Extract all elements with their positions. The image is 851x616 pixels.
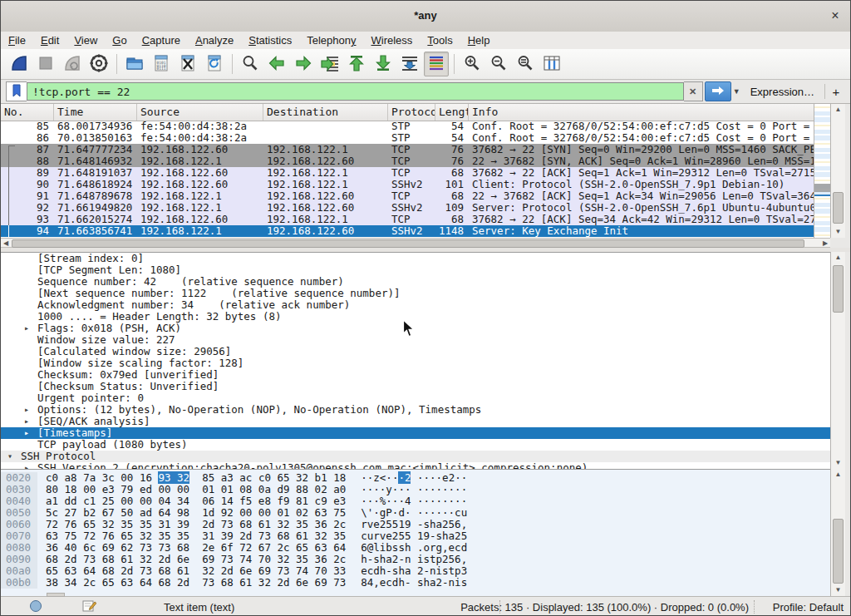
save-file-button[interactable]: 010101100111 xyxy=(149,52,174,76)
ascii-bytes[interactable]: h-sha2-n istp256, xyxy=(346,554,467,565)
detail-line[interactable]: [Stream index: 0] xyxy=(1,253,830,264)
menu-file[interactable]: File xyxy=(1,32,33,48)
packet-row-90[interactable]: 9071.648618924192.168.122.60192.168.122.… xyxy=(1,179,830,190)
detail-line[interactable]: [Calculated window size: 29056] xyxy=(1,346,830,357)
packet-row-88[interactable]: 8871.648146932192.168.122.1192.168.122.6… xyxy=(1,155,830,167)
column-header-destination[interactable]: Destination xyxy=(263,104,388,121)
ascii-bytes[interactable]: \'·gP·d· ······cu xyxy=(346,507,467,519)
hex-bytes[interactable]: 80 18 00 e3 79 ed 00 00 01 01 08 0a d9 8… xyxy=(37,484,346,495)
hex-bytes[interactable]: 36 40 6c 69 62 73 73 68 2e 6f 72 67 2c 6… xyxy=(37,542,346,554)
go-first-button[interactable] xyxy=(344,52,369,76)
zoom-in-button[interactable] xyxy=(460,52,485,76)
filter-add-button[interactable]: + xyxy=(827,85,845,99)
scroll-up-icon[interactable]: ▲ xyxy=(831,469,845,480)
ascii-bytes[interactable]: 6@libssh .org,ecd xyxy=(346,542,467,554)
hex-bytes[interactable]: c0 a8 7a 3c 00 16 93 32 85 a3 ac c0 65 3… xyxy=(37,472,346,484)
packet-list-hscrollbar[interactable]: ◀ ▶ xyxy=(1,238,830,248)
packet-row-91[interactable]: 9171.648789678192.168.122.1192.168.122.6… xyxy=(1,190,830,202)
ascii-bytes[interactable]: ··z<···2 ····e2·· xyxy=(346,472,467,484)
menu-tools[interactable]: Tools xyxy=(420,32,460,48)
hex-row-0020[interactable]: 0020c0 a8 7a 3c 00 16 93 32 85 a3 ac c0 … xyxy=(1,472,830,484)
detail-line[interactable]: Window size value: 227 xyxy=(1,334,830,346)
column-header-info[interactable]: Info xyxy=(469,104,830,121)
window-close-button[interactable]: × xyxy=(827,7,844,24)
packet-list-vscrollbar[interactable]: ▲ ▼ xyxy=(830,104,845,238)
detail-line[interactable]: [Window size scaling factor: 128] xyxy=(1,357,830,369)
hex-bytes[interactable]: 65 63 64 68 2d 73 68 61 32 2d 6e 69 73 7… xyxy=(37,565,346,577)
packet-row-92[interactable]: 9271.661949820192.168.122.1192.168.122.6… xyxy=(1,202,830,214)
menu-analyze[interactable]: Analyze xyxy=(188,32,241,48)
filter-clear-button[interactable]: ✕ xyxy=(684,81,703,101)
packet-row-94[interactable]: 9471.663856741192.168.122.1192.168.122.6… xyxy=(1,225,830,237)
hex-row-0090[interactable]: 009068 2d 73 68 61 32 2d 6e 69 73 74 70 … xyxy=(1,554,830,565)
hex-bytes[interactable]: 72 76 65 32 35 35 31 39 2d 73 68 61 32 3… xyxy=(37,519,346,530)
hex-row-0080[interactable]: 008036 40 6c 69 62 73 73 68 2e 6f 72 67 … xyxy=(1,542,830,554)
packet-row-89[interactable]: 8971.648191037192.168.122.60192.168.122.… xyxy=(1,167,830,179)
open-file-button[interactable] xyxy=(122,52,147,76)
expand-arrow-icon[interactable]: ▸ xyxy=(24,323,29,334)
menu-wireless[interactable]: Wireless xyxy=(364,32,421,48)
hex-bytes[interactable]: 68 2d 73 68 61 32 2d 6e 69 73 74 70 32 3… xyxy=(37,554,346,565)
expand-arrow-icon[interactable]: ▸ xyxy=(24,404,29,416)
ascii-bytes[interactable]: 84,ecdh- sha2-nis xyxy=(346,577,467,589)
auto-scroll-button[interactable] xyxy=(397,52,422,76)
detail-line[interactable]: ▾SSH Protocol xyxy=(1,451,830,462)
expression-button[interactable]: Expression… xyxy=(742,86,823,98)
restart-capture-button[interactable] xyxy=(60,52,85,76)
ascii-bytes[interactable]: curve255 19-sha25 xyxy=(346,530,467,542)
ascii-bytes[interactable]: ···%···4 ········ xyxy=(346,495,467,507)
scroll-up-icon[interactable]: ▲ xyxy=(831,104,845,116)
colorize-button[interactable] xyxy=(424,52,449,76)
column-header-time[interactable]: Time xyxy=(54,104,137,121)
detail-line[interactable]: [Next sequence number: 1122 (relative se… xyxy=(1,288,830,299)
expert-info-icon[interactable] xyxy=(29,599,42,615)
reload-file-button[interactable] xyxy=(202,52,227,76)
detail-line[interactable]: Acknowledgment number: 34 (relative ack … xyxy=(1,299,830,311)
hex-row-00a0[interactable]: 00a065 63 64 68 2d 73 68 61 32 2d 6e 69 … xyxy=(1,565,830,577)
details-vscrollbar[interactable]: ▲ ▼ xyxy=(830,252,845,469)
expand-arrow-icon[interactable]: ▸ xyxy=(24,427,29,439)
bytes-vscrollbar[interactable]: ▲ ▼ xyxy=(830,469,845,596)
detail-line[interactable]: ▸[Timestamps] xyxy=(1,427,830,439)
scroll-down-icon[interactable]: ▼ xyxy=(831,226,845,238)
expand-arrow-icon[interactable]: ▸ xyxy=(24,416,29,427)
menu-go[interactable]: Go xyxy=(105,32,134,48)
packet-row-86[interactable]: 8670.013850163fe:54:00:d4:38:2aSTP54Conf… xyxy=(1,132,830,144)
detail-line[interactable]: Urgent pointer: 0 xyxy=(1,392,830,404)
filter-dropdown-button[interactable]: ▼ xyxy=(731,82,742,101)
detail-line[interactable]: [Checksum Status: Unverified] xyxy=(1,381,830,392)
detail-line[interactable]: Checksum: 0x79ed [unverified] xyxy=(1,369,830,381)
menu-telephony[interactable]: Telephony xyxy=(299,32,363,48)
ascii-bytes[interactable]: rve25519 -sha256, xyxy=(346,519,467,530)
scroll-thumb[interactable] xyxy=(833,519,844,584)
scroll-up-icon[interactable]: ▲ xyxy=(831,252,845,264)
scroll-left-icon[interactable]: ◀ xyxy=(1,239,11,247)
ascii-bytes[interactable]: ecdh-sha 2-nistp3 xyxy=(346,565,467,577)
ascii-bytes[interactable]: ····y··· ········ xyxy=(346,484,467,495)
hex-bytes[interactable]: a1 dd c1 25 00 00 04 34 06 14 f5 e8 f9 8… xyxy=(37,495,346,507)
packet-row-93[interactable]: 9371.662015274192.168.122.60192.168.122.… xyxy=(1,214,830,225)
filter-apply-button[interactable] xyxy=(705,81,731,101)
go-forward-button[interactable] xyxy=(291,52,316,76)
packet-row-87[interactable]: 8771.647777234192.168.122.60192.168.122.… xyxy=(1,144,830,155)
intelligent-scrollbar-minimap[interactable] xyxy=(814,104,830,238)
menu-edit[interactable]: Edit xyxy=(33,32,66,48)
collapse-arrow-icon[interactable]: ▾ xyxy=(7,451,12,462)
zoom-100-button[interactable] xyxy=(513,52,538,76)
filter-bookmark-button[interactable] xyxy=(6,81,27,101)
menu-capture[interactable]: Capture xyxy=(135,32,188,48)
menu-help[interactable]: Help xyxy=(460,32,498,48)
detail-line[interactable]: 1000 .... = Header Length: 32 bytes (8) xyxy=(1,311,830,323)
hex-row-00b0[interactable]: 00b038 34 2c 65 63 64 68 2d 73 68 61 32 … xyxy=(1,577,830,589)
hex-bytes[interactable]: 5c 27 b2 67 50 ad 64 98 1d 92 00 00 01 0… xyxy=(37,507,346,519)
profile-text[interactable]: Profile: Default xyxy=(773,601,844,614)
packet-row-85[interactable]: 8568.001734936fe:54:00:d4:38:2aSTP54Conf… xyxy=(1,121,830,132)
scroll-down-icon[interactable]: ▼ xyxy=(831,584,845,596)
go-back-button[interactable] xyxy=(264,52,289,76)
scroll-down-icon[interactable]: ▼ xyxy=(831,457,845,469)
capture-options-button[interactable] xyxy=(86,52,111,76)
scroll-thumb[interactable] xyxy=(833,265,844,313)
detail-line[interactable]: ▸[SEQ/ACK analysis] xyxy=(1,416,830,427)
column-header-no[interactable]: No. xyxy=(1,104,54,121)
menu-view[interactable]: View xyxy=(66,32,105,48)
